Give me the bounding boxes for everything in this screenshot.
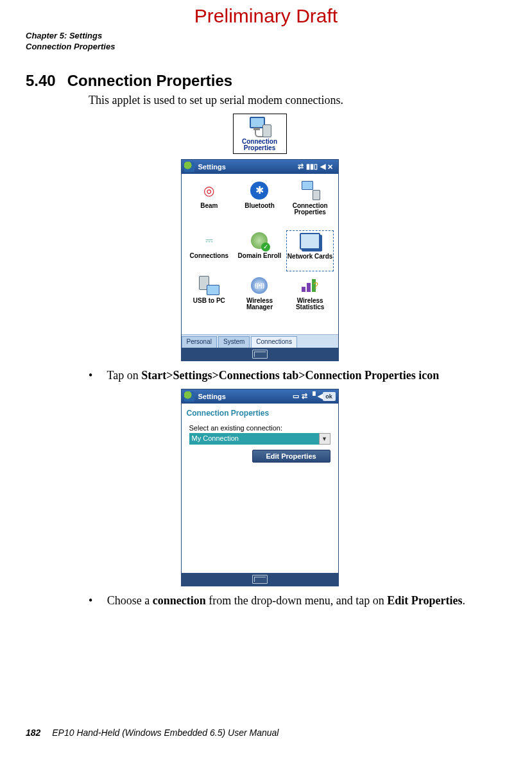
instruction-step-2: Choose a connection from the drop-down m… <box>89 594 493 608</box>
ok-button[interactable]: ok <box>323 392 336 401</box>
select-value: My Connection <box>189 433 319 445</box>
connectivity-icon[interactable]: ⇄ <box>298 162 304 171</box>
keyboard-icon[interactable] <box>252 350 268 359</box>
page-footer: 182 EP10 Hand-Held (Windows Embedded 6.5… <box>26 728 279 738</box>
settings-item-label: Connection Properties <box>286 203 334 216</box>
shortcut-label: Connection Properties <box>235 139 285 152</box>
connection-properties-shortcut[interactable]: Connection Properties <box>233 114 287 154</box>
titlebar-text: Settings <box>198 393 226 400</box>
sip-bar <box>182 573 338 586</box>
intro-text: This applet is used to set up serial mod… <box>89 94 493 107</box>
status-icon: ▭ <box>293 392 299 400</box>
settings-item-domain-enroll[interactable]: Domain Enroll <box>236 230 284 271</box>
step-text: from the drop-down menu, and tap on <box>206 594 387 607</box>
connectivity-icon[interactable]: ⇄ <box>302 392 307 400</box>
connection-select[interactable]: My Connection ▼ <box>189 433 330 445</box>
settings-item-wireless-manager[interactable]: ((•)) Wireless Manager <box>236 275 284 321</box>
section-heading: 5.40Connection Properties <box>26 72 493 90</box>
page-number: 182 <box>26 728 40 738</box>
close-button[interactable]: ✕ <box>325 162 336 172</box>
step-text: Tap on <box>107 369 142 382</box>
connections-icon: ⎓ <box>198 230 221 251</box>
section-title-text: Connection Properties <box>67 72 232 89</box>
chevron-down-icon[interactable]: ▼ <box>319 433 330 445</box>
tab-personal[interactable]: Personal <box>182 336 217 348</box>
settings-item-connections[interactable]: ⎓ Connections <box>185 230 234 271</box>
edit-properties-button[interactable]: Edit Properties <box>252 450 330 463</box>
step-bold: connection <box>153 594 206 607</box>
network-cards-icon <box>298 231 322 251</box>
select-label: Select an existing connection: <box>189 424 334 432</box>
settings-window: Settings ⇄ ▮▮▯ ◀ ✕ ◎ Beam ✱ Bluetooth Co… <box>181 159 339 361</box>
settings-item-usb-to-pc[interactable]: USB to PC <box>185 275 234 321</box>
bluetooth-icon: ✱ <box>248 180 271 201</box>
settings-tabs: Personal System Connections <box>182 334 338 348</box>
dialog-heading: Connection Properties <box>185 406 334 422</box>
settings-item-label: Wireless Statistics <box>286 298 334 311</box>
step-path: Start>Settings>Connections tab>Connectio… <box>141 369 439 382</box>
tab-connections[interactable]: Connections <box>251 336 297 348</box>
settings-item-network-cards[interactable]: Network Cards <box>286 230 334 271</box>
settings-item-label: Wireless Manager <box>236 298 284 311</box>
sip-bar <box>182 348 338 361</box>
step-text: Choose a <box>107 594 153 607</box>
titlebar: Settings ⇄ ▮▮▯ ◀ ✕ <box>182 160 338 174</box>
settings-item-label: Domain Enroll <box>236 253 284 260</box>
settings-item-wireless-statistics[interactable]: ? Wireless Statistics <box>286 275 334 321</box>
settings-item-label: Connections <box>185 253 234 260</box>
header-section: Connection Properties <box>26 42 493 53</box>
wireless-manager-icon: ((•)) <box>248 275 271 296</box>
settings-item-label: Network Cards <box>287 253 334 260</box>
volume-icon[interactable]: ◀ <box>320 162 325 171</box>
settings-item-bluetooth[interactable]: ✱ Bluetooth <box>236 180 284 226</box>
keyboard-icon[interactable] <box>252 575 268 584</box>
settings-item-label: Beam <box>185 203 234 210</box>
start-flag-icon[interactable] <box>184 162 194 172</box>
settings-item-label: Bluetooth <box>236 203 284 210</box>
wireless-statistics-icon: ? <box>298 275 322 296</box>
volume-icon[interactable]: ◀ <box>318 392 323 400</box>
signal-icon: ▮▮▯ <box>306 162 318 171</box>
settings-item-label: USB to PC <box>185 298 234 305</box>
connection-properties-icon <box>298 180 322 201</box>
step-bold: Edit Properties <box>387 594 462 607</box>
signal-icon: ▝ <box>310 392 315 400</box>
start-flag-icon[interactable] <box>184 391 194 402</box>
domain-enroll-icon <box>248 230 271 251</box>
connection-properties-icon <box>248 117 271 137</box>
instruction-step-1: Tap on Start>Settings>Connections tab>Co… <box>89 369 493 382</box>
connection-properties-window: Settings ▭ ⇄ ▝ ◀ ok Connection Propertie… <box>181 389 339 586</box>
manual-title: EP10 Hand-Held (Windows Embedded 6.5) Us… <box>52 728 279 738</box>
settings-item-connection-properties[interactable]: Connection Properties <box>286 180 334 226</box>
tab-system[interactable]: System <box>218 336 250 348</box>
step-text: . <box>462 594 465 607</box>
titlebar: Settings ▭ ⇄ ▝ ◀ ok <box>182 389 338 404</box>
beam-icon: ◎ <box>198 180 221 201</box>
header-chapter: Chapter 5: Settings <box>26 31 493 42</box>
section-number: 5.40 <box>26 72 56 89</box>
usb-to-pc-icon <box>198 275 221 296</box>
preliminary-draft-watermark: Preliminary Draft <box>0 5 532 27</box>
titlebar-text: Settings <box>198 163 226 171</box>
settings-item-beam[interactable]: ◎ Beam <box>185 180 234 226</box>
